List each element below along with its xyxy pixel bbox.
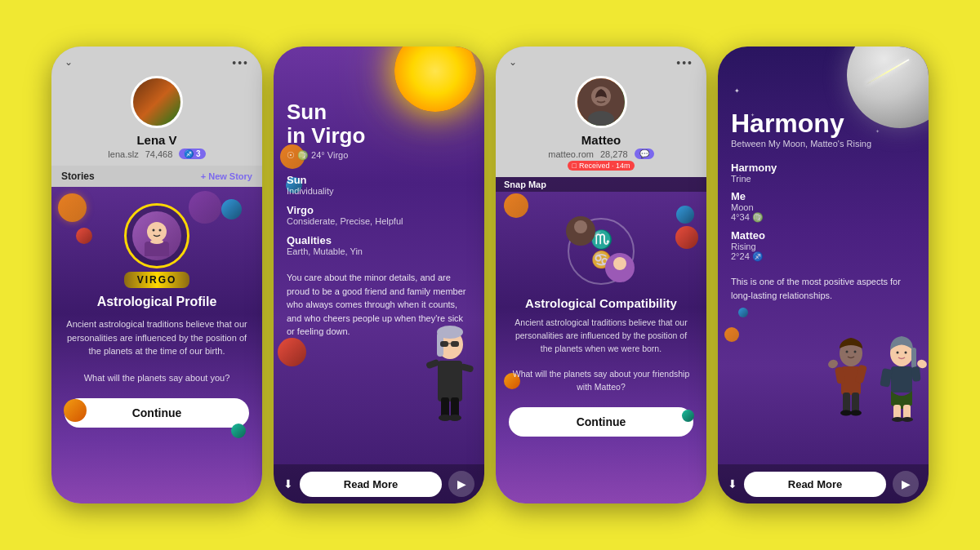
phone3-content: Snap Map ♏ ♋ — [496, 177, 706, 503]
user-meta: lena.slz 74,468 ♐ 3 — [108, 149, 205, 159]
svg-rect-44 — [880, 368, 893, 388]
compat-description: Ancient astrological traditions believe … — [509, 317, 693, 394]
svg-point-15 — [448, 415, 461, 421]
stories-label: Stories — [61, 171, 95, 182]
harmony-title: Harmony — [731, 109, 915, 139]
virgo-circle — [124, 203, 189, 268]
harmony-item-me: Me Moon4°34 ♍ — [731, 190, 915, 223]
download-icon[interactable]: ⬇ — [283, 477, 293, 490]
matteo-score: 28,278 — [600, 149, 628, 159]
astro-item-qualities: Qualities Earth, Mutable, Yin — [287, 234, 471, 256]
compat-title: Astrological Compatibility — [525, 296, 677, 310]
svg-rect-40 — [911, 348, 916, 368]
next-arrow-button[interactable]: ▶ — [893, 471, 919, 497]
female-bitmoji — [875, 335, 929, 425]
svg-point-1 — [153, 229, 155, 232]
matteo-handle: matteo.rom — [548, 149, 594, 159]
phone4-bottom-bar: ⬇ Read More ▶ — [718, 464, 929, 503]
chevron-down-icon: ⌄ — [509, 56, 517, 69]
phone1-content: VIRGO Astrological Profile Ancient astro… — [51, 187, 262, 503]
svg-rect-10 — [451, 341, 459, 347]
bitmoji-pair — [826, 335, 929, 425]
matteo-meta: matteo.rom 28,278 💬 — [548, 149, 653, 159]
harmony-item-harmony: Harmony Trine — [731, 162, 915, 184]
harmony-item-desc: Moon4°34 ♍ — [731, 202, 915, 223]
harmony-item-matteo: Matteo Rising2°24 ♐ — [731, 229, 915, 262]
phone2-bottom-bar: ⬇ Read More ▶ — [274, 464, 484, 503]
svg-point-29 — [846, 351, 849, 353]
planet-decoration — [504, 193, 528, 218]
harmony-item-title: Me — [731, 190, 915, 202]
svg-point-42 — [905, 352, 907, 354]
planet-decoration — [724, 327, 739, 342]
svg-point-37 — [850, 410, 862, 416]
harmony-item-desc: Rising2°24 ♐ — [731, 242, 915, 262]
matteo-name: Matteo — [581, 133, 621, 147]
planet-decoration — [58, 193, 87, 222]
user-name: Lena V — [136, 133, 176, 147]
svg-point-30 — [854, 351, 857, 353]
matteo-avatar-image — [577, 78, 625, 126]
phone-harmony: ✦ ✦ ✦ Harmony Between My Moon, Matteo's … — [718, 47, 929, 503]
compat-graphic-container: ♏ ♋ — [556, 206, 646, 296]
svg-point-4 — [150, 239, 163, 244]
astro-item-desc: Earth, Mutable, Yin — [287, 246, 471, 256]
astro-item-title: Virgo — [287, 204, 471, 216]
planet-decoration — [278, 338, 306, 366]
sun-virgo-title-line1: Sun — [287, 100, 471, 124]
planet-decoration — [682, 410, 694, 422]
svg-rect-9 — [440, 341, 448, 347]
astro-item-title: Qualities — [287, 234, 471, 246]
planet-decoration — [676, 206, 694, 224]
stories-bar: Stories + New Story — [51, 166, 262, 187]
svg-rect-45 — [911, 366, 921, 382]
read-more-button[interactable]: Read More — [744, 472, 886, 497]
planet-decoration — [221, 199, 242, 220]
planet-decoration — [738, 308, 748, 317]
harmony-subtitle: Between My Moon, Matteo's Rising — [731, 139, 915, 149]
sun-virgo-title-line2: in Virgo — [287, 124, 471, 148]
bitmoji-face — [136, 215, 177, 256]
svg-point-36 — [840, 410, 852, 416]
avatar-image — [133, 78, 180, 126]
compat-graphic: ♏ ♋ — [556, 206, 646, 296]
more-options-icon[interactable]: ••• — [232, 56, 249, 69]
harmony-body-text: This is one of the most positive aspects… — [731, 275, 915, 302]
planet-decoration — [76, 228, 92, 244]
svg-point-49 — [902, 417, 913, 422]
more-options-icon[interactable]: ••• — [676, 56, 693, 69]
svg-rect-34 — [843, 393, 850, 413]
svg-rect-35 — [852, 393, 859, 413]
harmony-item-desc: Trine — [731, 174, 915, 184]
planet-decoration — [189, 191, 221, 224]
svg-point-41 — [897, 352, 899, 354]
bitmoji-svg — [415, 316, 484, 422]
astro-item-desc: Considerate, Precise, Helpful — [287, 216, 471, 226]
download-icon[interactable]: ⬇ — [728, 477, 737, 490]
new-story-button[interactable]: + New Story — [201, 171, 252, 181]
male-bitmoji — [826, 335, 875, 425]
avatar — [131, 76, 183, 128]
snap-map-label: Snap Map — [496, 177, 706, 192]
continue-button[interactable]: Continue — [509, 407, 693, 437]
svg-rect-43 — [891, 366, 912, 393]
bitmoji-character — [415, 316, 484, 425]
astro-item-sun: Sun Individuality — [287, 174, 471, 196]
virgo-sign-line: ☉ ♍ 24° Virgo — [287, 150, 471, 161]
harmony-item-title: Harmony — [731, 162, 915, 174]
phones-container: ⌄ ••• Lena V lena.slz 74,468 ♐ 3 Stories… — [35, 30, 945, 520]
svg-point-25 — [574, 220, 587, 233]
next-arrow-button[interactable]: ▶ — [448, 471, 474, 497]
phone1-top-bar: ⌄ ••• — [65, 56, 249, 69]
phone3-top-bar: ⌄ ••• — [509, 56, 693, 69]
received-badge: □ Received · 14m — [568, 161, 635, 171]
matteo-badge: 💬 — [635, 149, 654, 159]
astro-item-virgo: Virgo Considerate, Precise, Helpful — [287, 204, 471, 226]
svg-point-48 — [892, 417, 903, 422]
user-handle: lena.slz — [108, 149, 138, 159]
read-more-button[interactable]: Read More — [300, 472, 442, 497]
svg-rect-5 — [438, 361, 462, 401]
phone1-header: ⌄ ••• Lena V lena.slz 74,468 ♐ 3 — [51, 47, 262, 166]
phone-profile: ⌄ ••• Lena V lena.slz 74,468 ♐ 3 Stories… — [51, 47, 262, 503]
svg-point-2 — [159, 229, 162, 232]
